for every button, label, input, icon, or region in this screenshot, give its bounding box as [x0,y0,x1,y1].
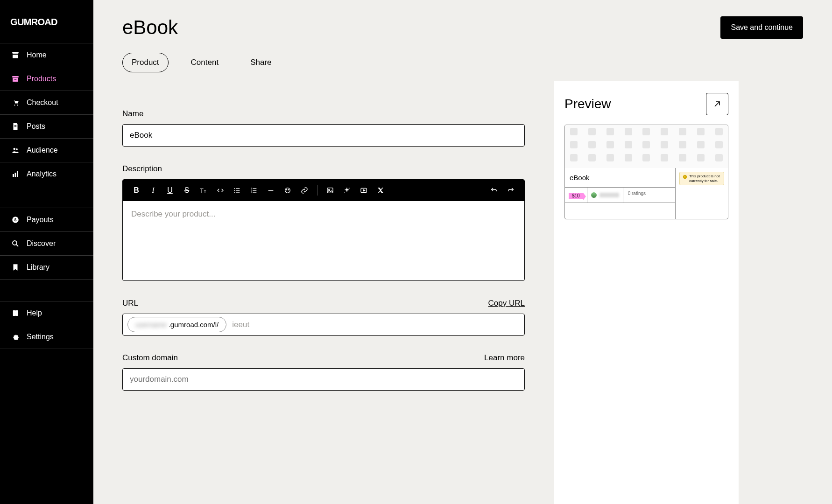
nav-home[interactable]: Home [0,43,93,67]
save-continue-button[interactable]: Save and continue [720,16,803,39]
url-slug-input[interactable] [232,320,520,329]
preview-card: eBook $10 0 ratings [564,125,728,219]
search-icon [11,239,20,248]
svg-rect-2 [13,78,18,82]
custom-domain-input[interactable] [122,368,525,391]
nav-checkout[interactable]: Checkout [0,91,93,115]
people-icon [11,146,20,154]
nav-library[interactable]: Library [0,256,93,280]
redo-button[interactable] [507,186,515,195]
nav-products[interactable]: Products [0,67,93,91]
form-area: Name Description B I U S TT [93,81,554,504]
svg-point-40 [345,192,345,193]
nav-label: Help [27,309,42,317]
svg-marker-42 [363,189,365,191]
page-title: eBook [122,16,178,39]
svg-text:$: $ [14,218,17,222]
italic-button[interactable]: I [149,186,157,195]
preview-pane: Preview eBook [554,81,739,504]
nav-label: Settings [27,333,54,341]
svg-point-4 [14,105,15,105]
svg-point-39 [349,188,350,189]
url-label: URL [122,299,138,308]
toolbar-separator [317,185,317,196]
numbered-list-button[interactable]: 123 [250,186,258,195]
learn-more-link[interactable]: Learn more [484,353,525,363]
copy-url-link[interactable]: Copy URL [488,299,525,308]
svg-rect-46 [685,178,685,178]
sparkle-button[interactable] [343,186,351,195]
chart-icon [11,170,20,178]
undo-button[interactable] [490,186,498,195]
tab-share[interactable]: Share [241,53,281,72]
bullet-list-button[interactable] [233,186,241,195]
warning-text: This product is not currently for sale. [689,174,721,183]
tab-product[interactable]: Product [122,53,169,72]
tabs: Product Content Share [122,53,803,81]
strikethrough-button[interactable]: S [183,186,191,195]
quote-button[interactable] [283,186,292,195]
nav-list: Home Products Checkout Posts Audience An… [0,43,93,349]
svg-rect-7 [14,126,17,127]
svg-point-5 [17,105,18,105]
svg-point-23 [234,190,235,191]
svg-point-15 [13,241,17,245]
nav-label: Audience [27,146,58,154]
custom-domain-label: Custom domain [122,353,178,363]
hr-button[interactable] [267,186,275,195]
svg-rect-26 [236,192,240,192]
code-button[interactable] [216,186,225,195]
svg-rect-29 [253,192,256,192]
nav-label: Payouts [27,216,54,224]
url-username-blurred: username [135,321,167,329]
underline-button[interactable]: U [166,186,174,195]
svg-rect-45 [685,176,685,177]
svg-point-36 [288,189,289,190]
nav-label: Analytics [27,170,56,178]
tab-content[interactable]: Content [182,53,228,72]
svg-rect-3 [14,79,17,80]
url-input[interactable]: username.gumroad.com/l/ [122,314,525,336]
bookmark-icon [11,263,20,272]
name-input[interactable] [122,124,525,147]
svg-rect-17 [13,310,15,316]
nav-label: Products [27,75,56,83]
nav-label: Posts [27,122,45,131]
svg-point-9 [16,148,18,150]
preview-cover-placeholder [565,125,728,168]
open-preview-button[interactable] [706,93,728,115]
shop-icon [11,51,20,59]
description-textarea[interactable]: Describe your product... [123,201,524,280]
author-name-blurred [599,193,619,197]
svg-rect-22 [236,188,240,189]
svg-rect-28 [253,190,256,190]
nav-payouts[interactable]: $ Payouts [0,208,93,232]
svg-line-16 [16,245,18,247]
url-prefix-pill: username.gumroad.com/l/ [127,317,226,332]
nav-settings[interactable]: Settings [0,325,93,349]
bold-button[interactable]: B [132,186,141,195]
preview-title: Preview [564,97,611,112]
price-badge: $10 [569,193,583,199]
svg-text:GUMROAD: GUMROAD [10,17,57,27]
description-editor: B I U S TT 123 [122,179,525,281]
editor-toolbar: B I U S TT 123 [123,180,524,201]
svg-rect-10 [13,174,14,177]
dollar-icon: $ [11,216,20,224]
preview-rating: 0 ratings [623,188,650,203]
nav-help[interactable]: Help [0,301,93,325]
video-button[interactable] [360,186,368,195]
svg-text:3: 3 [251,191,252,193]
nav-spacer [0,186,93,208]
image-button[interactable] [326,186,334,195]
preview-product-name: eBook [565,168,675,188]
nav-posts[interactable]: Posts [0,115,93,139]
nav-discover[interactable]: Discover [0,232,93,256]
textsize-button[interactable]: TT [199,186,208,195]
nav-audience[interactable]: Audience [0,139,93,162]
svg-point-8 [14,148,16,150]
link-button[interactable] [300,186,309,195]
nav-analytics[interactable]: Analytics [0,162,93,186]
x-button[interactable] [376,186,385,195]
svg-rect-6 [14,125,17,126]
